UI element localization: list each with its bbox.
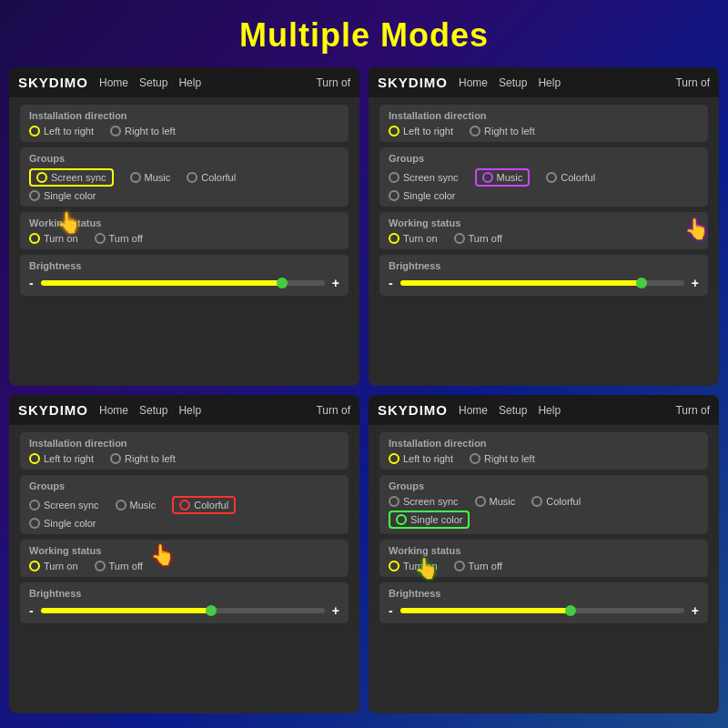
panel-3-brightness-thumb[interactable] xyxy=(206,605,217,616)
panel-2-single-color-radio xyxy=(389,190,399,201)
panel-1-music[interactable]: Music xyxy=(130,172,171,183)
panel-4-body: Installation direction Left to right Rig… xyxy=(369,425,719,713)
panel-1-brightness-track[interactable] xyxy=(41,280,325,286)
panel-4-turn-on[interactable]: Turn on xyxy=(389,561,438,571)
panel-4-music-radio xyxy=(475,496,486,507)
panel-3-turn-on-radio xyxy=(29,561,40,571)
panel-4-setup[interactable]: Setup xyxy=(499,404,527,417)
panel-2-turn-off[interactable]: Turn off xyxy=(454,233,502,244)
panel-4-screen-sync[interactable]: Screen sync xyxy=(389,496,459,507)
panel-2-body: Installation direction Left to right Rig… xyxy=(369,97,719,386)
panel-4-groups-row1: Screen sync Music Colorful xyxy=(389,496,699,507)
panel-1-brightness-minus[interactable]: - xyxy=(29,276,34,290)
panel-2-groups-title: Groups xyxy=(389,153,699,164)
panel-4-ltr[interactable]: Left to right xyxy=(389,453,453,464)
panel-2-nav: SKYDIMO Home Setup Help Turn of xyxy=(369,67,719,97)
panel-4-brightness-title: Brightness xyxy=(389,588,699,599)
panel-2-home[interactable]: Home xyxy=(459,76,488,89)
panel-1-turn-on[interactable]: Turn on xyxy=(29,233,78,244)
panel-3-screen-sync[interactable]: Screen sync xyxy=(29,500,99,511)
panel-2-setup[interactable]: Setup xyxy=(499,76,527,89)
panel-4-turnof[interactable]: Turn of xyxy=(675,404,710,417)
panel-3-brightness-track[interactable] xyxy=(41,608,325,613)
panel-1-screen-sync[interactable]: Screen sync xyxy=(29,168,114,187)
panel-2-working-options: Turn on Turn off xyxy=(389,233,699,244)
panel-3-home[interactable]: Home xyxy=(99,404,128,417)
panel-3-help[interactable]: Help xyxy=(178,404,201,417)
panel-4-music-label: Music xyxy=(490,496,516,507)
panel-2-screen-sync[interactable]: Screen sync xyxy=(389,172,459,183)
panel-4-turn-off[interactable]: Turn off xyxy=(454,561,502,571)
panel-4-help[interactable]: Help xyxy=(538,404,561,417)
panel-3-ltr[interactable]: Left to right xyxy=(29,453,94,464)
panel-4-single-color[interactable]: Single color xyxy=(389,511,470,529)
panel-4-brightness-minus[interactable]: - xyxy=(389,603,393,618)
panel-4-brightness-thumb[interactable] xyxy=(565,605,576,616)
panel-3-body: Installation direction Left to right Rig… xyxy=(9,425,359,713)
panel-1-setup[interactable]: Setup xyxy=(139,76,167,89)
panel-1-turn-off-label: Turn off xyxy=(109,233,143,244)
panel-1-help[interactable]: Help xyxy=(178,76,201,89)
panel-2-brightness-minus[interactable]: - xyxy=(389,276,393,290)
panel-1-music-radio xyxy=(130,172,141,183)
panel-1-rtl[interactable]: Right to left xyxy=(110,126,176,136)
panel-1-turn-off[interactable]: Turn off xyxy=(95,233,143,244)
panel-1-brightness-thumb[interactable] xyxy=(277,278,288,288)
panel-2-turn-on[interactable]: Turn on xyxy=(389,233,438,244)
panel-1-rtl-label: Right to left xyxy=(125,126,176,136)
panel-1-turn-on-label: Turn on xyxy=(44,233,78,244)
panel-2-music-label: Music xyxy=(497,172,523,183)
panel-2-groups-row2: Single color xyxy=(389,190,699,201)
panel-4-rtl[interactable]: Right to left xyxy=(470,453,535,464)
panel-3-groups-row1: Screen sync Music Colorful xyxy=(29,496,339,514)
panel-3-setup[interactable]: Setup xyxy=(139,404,167,417)
panel-3-rtl[interactable]: Right to left xyxy=(110,453,176,464)
panel-4-home[interactable]: Home xyxy=(459,404,488,417)
panel-3-brightness-plus[interactable]: + xyxy=(332,603,339,618)
panel-4-music[interactable]: Music xyxy=(475,496,516,507)
panel-2-brightness-track[interactable] xyxy=(400,280,684,286)
panel-1-single-color[interactable]: Single color xyxy=(29,190,96,201)
panel-1-brightness-row: - + xyxy=(29,276,339,290)
panel-4-screen-sync-radio xyxy=(389,496,399,507)
panel-1-installation: Installation direction Left to right Rig… xyxy=(20,105,349,142)
panel-4-colorful-radio xyxy=(531,496,542,507)
panel-3-turnof[interactable]: Turn of xyxy=(316,404,350,417)
panel-2-groups-row1: Screen sync Music Colorful xyxy=(389,168,699,187)
panel-1-ltr[interactable]: Left to right xyxy=(29,126,94,136)
panel-4-rtl-label: Right to left xyxy=(484,453,535,464)
panel-2-rtl[interactable]: Right to left xyxy=(470,126,535,136)
panel-3-single-color[interactable]: Single color xyxy=(29,518,96,529)
panel-1-colorful[interactable]: Colorful xyxy=(187,172,236,183)
panel-1-brand: SKYDIMO xyxy=(18,75,88,90)
panel-4-working-options: Turn on Turn off xyxy=(389,561,699,571)
panel-3-turn-off[interactable]: Turn off xyxy=(95,561,143,571)
panel-3-colorful-label: Colorful xyxy=(194,500,228,511)
panel-2-ltr[interactable]: Left to right xyxy=(389,126,453,136)
panel-3-colorful[interactable]: Colorful xyxy=(172,496,236,514)
panel-1-home[interactable]: Home xyxy=(99,76,128,89)
panel-2-colorful[interactable]: Colorful xyxy=(546,172,595,183)
panel-1-groups-title: Groups xyxy=(29,153,339,164)
panel-2-music[interactable]: Music xyxy=(475,168,531,187)
panel-4-colorful[interactable]: Colorful xyxy=(531,496,581,507)
panel-2-turnof[interactable]: Turn of xyxy=(675,76,710,89)
panel-2-help[interactable]: Help xyxy=(538,76,561,89)
panel-4-brightness-plus[interactable]: + xyxy=(692,603,699,618)
panel-4-nav: SKYDIMO Home Setup Help Turn of xyxy=(369,395,719,425)
panel-4-brightness-track[interactable] xyxy=(400,608,684,613)
panel-3-brightness-minus[interactable]: - xyxy=(29,603,34,618)
panel-1-turnof[interactable]: Turn of xyxy=(316,76,350,89)
panel-2-brightness-plus[interactable]: + xyxy=(692,276,699,290)
panel-1-brightness-plus[interactable]: + xyxy=(332,276,339,290)
panel-1-single-color-label: Single color xyxy=(44,190,96,201)
panels-grid: SKYDIMO Home Setup Help Turn of Installa… xyxy=(0,67,728,723)
panel-2-turn-on-label: Turn on xyxy=(403,233,438,244)
panel-3-groups-row2: Single color xyxy=(29,518,339,529)
panel-2-brightness-thumb[interactable] xyxy=(636,278,647,288)
panel-4-brightness: Brightness - + xyxy=(379,582,708,623)
panel-4-installation-options: Left to right Right to left xyxy=(389,453,699,464)
panel-2-single-color[interactable]: Single color xyxy=(389,190,455,201)
panel-3-music[interactable]: Music xyxy=(116,500,157,511)
panel-3-turn-on[interactable]: Turn on xyxy=(29,561,78,571)
